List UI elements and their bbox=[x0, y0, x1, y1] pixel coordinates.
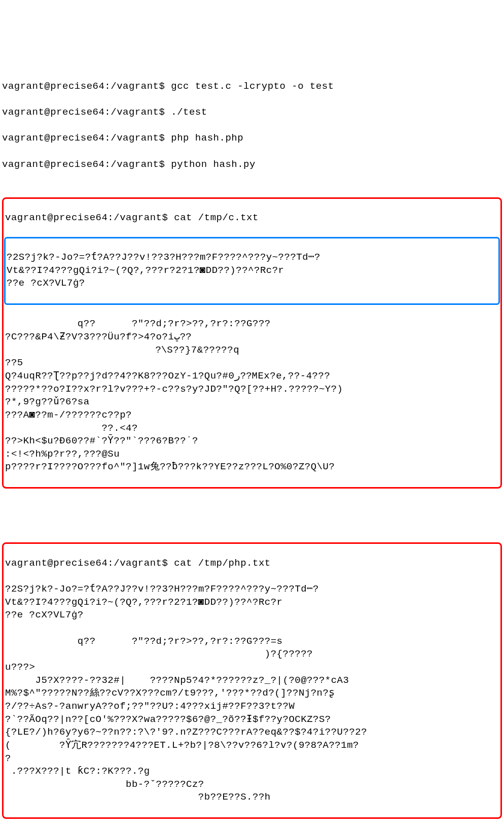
output-box-php: vagrant@precise64:/vagrant$ cat /tmp/php… bbox=[2, 542, 502, 818]
command-text: ./test bbox=[171, 107, 207, 118]
command-line: vagrant@precise64:/vagrant$ cat /tmp/c.t… bbox=[5, 212, 499, 225]
command-line: vagrant@precise64:/vagrant$ cat /tmp/php… bbox=[5, 557, 499, 570]
command-text: php hash.php bbox=[171, 132, 243, 144]
command-line: vagrant@precise64:/vagrant$ gcc test.c -… bbox=[2, 80, 502, 93]
output-common: ?2S?j?k?-Jo?=?ƭ?A??J??v!??3?H???m?F????^… bbox=[7, 251, 497, 290]
command-text: cat /tmp/c.txt bbox=[174, 212, 259, 223]
shell-prompt: vagrant@precise64:/vagrant$ bbox=[5, 558, 168, 569]
command-line: vagrant@precise64:/vagrant$ php hash.php bbox=[2, 132, 502, 145]
terminal-window[interactable]: vagrant@precise64:/vagrant$ gcc test.c -… bbox=[2, 54, 502, 829]
command-line: vagrant@precise64:/vagrant$ ./test bbox=[2, 106, 502, 119]
shell-prompt: vagrant@precise64:/vagrant$ bbox=[2, 81, 165, 92]
command-text: cat /tmp/php.txt bbox=[174, 558, 270, 569]
output-c-rest: q?? ?"??d;?r?>??,?r?:??G??? ?C???&P4\Ƶ?V… bbox=[5, 318, 499, 474]
command-text: python hash.py bbox=[171, 159, 256, 170]
output-common: ?2S?j?k?-Jo?=?ƭ?A??J??v!??3?H???m?F????^… bbox=[5, 583, 499, 622]
shell-prompt: vagrant@precise64:/vagrant$ bbox=[2, 159, 165, 170]
shell-prompt: vagrant@precise64:/vagrant$ bbox=[5, 212, 168, 223]
shell-prompt: vagrant@precise64:/vagrant$ bbox=[2, 107, 165, 118]
command-text: gcc test.c -lcrypto -o test bbox=[171, 81, 334, 92]
shell-prompt: vagrant@precise64:/vagrant$ bbox=[2, 132, 165, 144]
command-line: vagrant@precise64:/vagrant$ python hash.… bbox=[2, 158, 502, 171]
highlight-box-common-c: ?2S?j?k?-Jo?=?ƭ?A??J??v!??3?H???m?F????^… bbox=[4, 237, 500, 305]
output-php-rest: q?? ?"??d;?r?>??,?r?:??G???=s )?{????? u… bbox=[5, 635, 499, 804]
output-box-c: vagrant@precise64:/vagrant$ cat /tmp/c.t… bbox=[2, 197, 502, 489]
